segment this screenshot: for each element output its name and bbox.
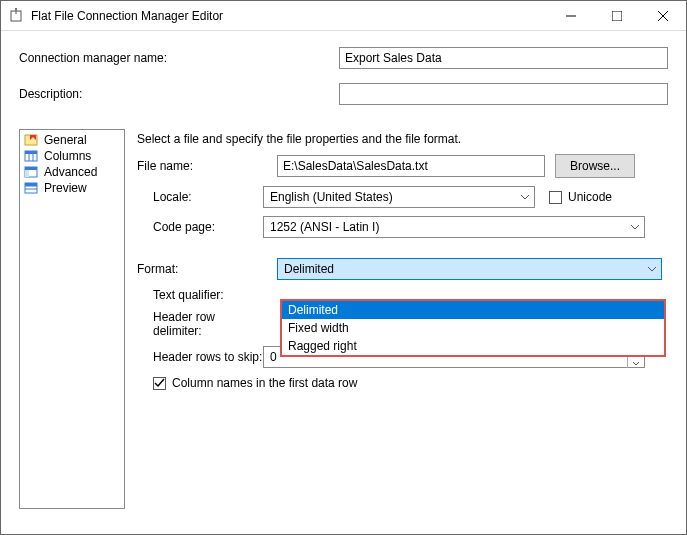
svg-point-2 [15,8,17,10]
general-icon [24,134,40,146]
chevron-down-icon [630,221,640,235]
svg-rect-11 [25,151,37,154]
description-input[interactable] [339,83,668,105]
file-name-label: File name: [137,159,277,173]
unicode-label: Unicode [568,190,612,204]
chevron-down-icon [647,263,657,277]
locale-label: Locale: [137,190,263,204]
connection-name-label: Connection manager name: [19,51,339,65]
sidebar-item-label: Advanced [44,165,97,179]
sidebar-item-label: General [44,133,87,147]
file-name-input[interactable] [277,155,545,177]
text-qualifier-label: Text qualifier: [137,288,263,302]
top-fields: Connection manager name: Description: [1,31,686,105]
sidebar-item-columns[interactable]: Columns [22,148,122,164]
locale-combo[interactable]: English (United States) [263,186,535,208]
sidebar-item-general[interactable]: General [22,132,122,148]
minimize-button[interactable] [548,1,594,30]
header-skip-label: Header rows to skip: [137,350,263,364]
spin-down-button[interactable] [627,358,643,368]
codepage-label: Code page: [137,220,263,234]
sidebar: General Columns Advanced Preview [19,129,125,509]
dropdown-item-ragged-right[interactable]: Ragged right [282,337,664,355]
unicode-checkbox[interactable]: Unicode [549,190,612,204]
locale-value: English (United States) [270,190,393,204]
codepage-combo[interactable]: 1252 (ANSI - Latin I) [263,216,645,238]
title-bar: Flat File Connection Manager Editor [1,1,686,31]
preview-icon [24,182,40,194]
svg-rect-18 [25,183,37,186]
format-label: Format: [137,262,277,276]
svg-rect-14 [25,170,29,177]
checkbox-checked-icon [153,377,166,390]
window-title: Flat File Connection Manager Editor [31,9,548,23]
advanced-icon [24,166,40,178]
chevron-down-icon [520,191,530,205]
connection-name-input[interactable] [339,47,668,69]
sidebar-item-label: Columns [44,149,91,163]
format-value: Delimited [284,262,334,276]
sidebar-item-preview[interactable]: Preview [22,180,122,196]
svg-rect-4 [612,11,622,21]
column-names-checkbox[interactable]: Column names in the first data row [153,376,357,390]
dropdown-item-delimited[interactable]: Delimited [282,301,664,319]
format-combo[interactable]: Delimited [277,258,662,280]
maximize-button[interactable] [594,1,640,30]
browse-button[interactable]: Browse... [555,154,635,178]
svg-rect-13 [25,167,37,170]
codepage-value: 1252 (ANSI - Latin I) [270,220,379,234]
format-dropdown: Delimited Fixed width Ragged right [280,299,666,357]
header-skip-value: 0 [270,350,277,364]
instruction-text: Select a file and specify the file prope… [137,132,668,146]
close-button[interactable] [640,1,686,30]
description-label: Description: [19,87,339,101]
header-delimiter-label: Header row delimiter: [137,310,263,338]
sidebar-item-label: Preview [44,181,87,195]
column-names-label: Column names in the first data row [172,376,357,390]
sidebar-item-advanced[interactable]: Advanced [22,164,122,180]
dropdown-item-fixed-width[interactable]: Fixed width [282,319,664,337]
checkbox-icon [549,191,562,204]
app-icon [9,8,25,24]
columns-icon [24,150,40,162]
